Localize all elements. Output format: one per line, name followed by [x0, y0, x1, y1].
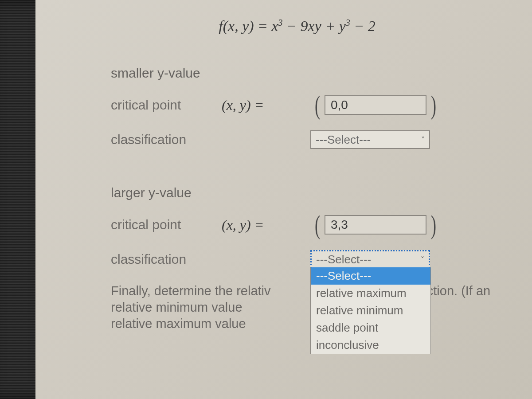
dropdown-option-select[interactable]: ---Select--- [311, 267, 430, 285]
label-classification-1: classification [111, 132, 310, 147]
chevron-down-icon: ˅ [421, 255, 424, 264]
label-critical-point-2: critical point [111, 217, 222, 232]
dropdown-option-relative-minimum[interactable]: relative minimum [311, 302, 430, 319]
formula-rhs: x3 − 9xy + y3 − 2 [272, 18, 376, 34]
dropdown-option-relative-maximum[interactable]: relative maximum [311, 285, 430, 302]
row-classification-2: classification ---Select--- ˅ ---Select-… [111, 248, 519, 270]
right-paren-2: ) [429, 214, 438, 235]
row-critical-point-1: critical point (x, y) = ( ) [111, 94, 519, 116]
page-content: f(x, y) = x3 − 9xy + y3 − 2 smaller y-va… [35, 0, 532, 399]
row-critical-point-2: critical point (x, y) = ( ) [111, 214, 519, 236]
classification-select-1[interactable]: ---Select--- ˅ [310, 130, 430, 149]
dropdown-option-inconclusive[interactable]: inconclusive [311, 336, 430, 354]
classification-select-2-value: ---Select--- [316, 253, 371, 266]
dropdown-option-saddle-point[interactable]: saddle point [311, 319, 430, 336]
label-relative-minimum-value: relative minimum value [111, 300, 301, 315]
critical-point-input-1[interactable] [325, 95, 426, 115]
classification-dropdown: ---Select--- relative maximum relative m… [310, 267, 431, 354]
label-classification-2: classification [111, 252, 310, 267]
final-line-1-left: Finally, determine the relativ [111, 284, 271, 298]
critical-point-input-2[interactable] [325, 215, 426, 235]
function-formula: f(x, y) = x3 − 9xy + y3 − 2 [75, 18, 519, 35]
left-paren-1: ( [313, 94, 321, 116]
label-xy-2: (x, y) = [222, 217, 310, 233]
chevron-down-icon: ˅ [421, 136, 425, 144]
classification-select-1-value: ---Select--- [316, 133, 371, 147]
classification-select-2[interactable]: ---Select--- ˅ ---Select--- relative max… [310, 250, 430, 269]
section-smaller-y: smaller y-value [111, 66, 519, 81]
right-paren-1: ) [429, 94, 438, 116]
formula-lhs: f(x, y) [219, 18, 254, 34]
label-relative-maximum-value: relative maximum value [111, 317, 301, 331]
left-paren-2: ( [313, 214, 321, 235]
section-larger-y: larger y-value [111, 185, 519, 200]
label-critical-point-1: critical point [111, 98, 222, 113]
row-classification-1: classification ---Select--- ˅ [111, 129, 519, 151]
label-xy-1: (x, y) = [222, 97, 310, 113]
